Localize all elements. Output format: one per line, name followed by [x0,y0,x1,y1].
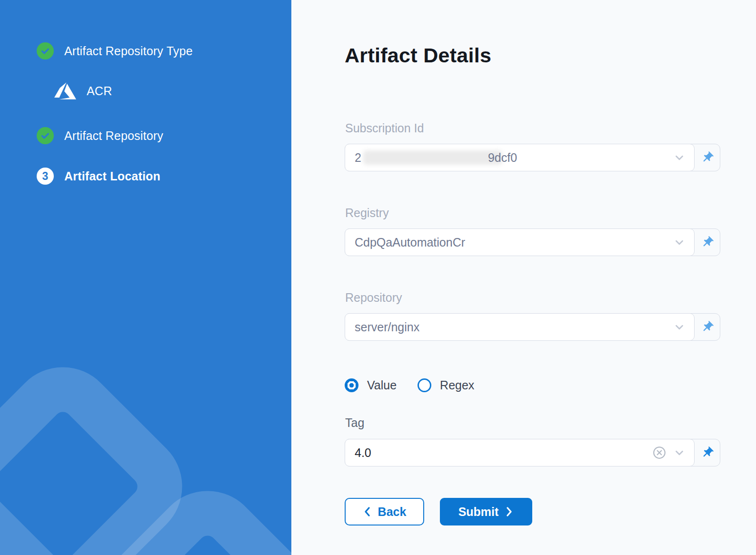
registry-label: Registry [345,206,389,220]
chevron-down-icon [673,236,686,248]
repository-value: server/nginx [355,320,419,334]
tag-value: 4.0 [355,446,371,460]
check-icon [37,42,54,59]
pin-subscription-button[interactable] [695,144,720,171]
chevron-left-icon [363,506,371,517]
subscription-id-label: Subscription Id [345,121,424,135]
radio-regex-label: Regex [440,378,474,392]
pin-registry-button[interactable] [695,229,720,256]
repository-type-label: ACR [87,84,112,98]
pin-icon [701,236,714,249]
pin-icon [701,446,714,459]
radio-unselected-icon [418,378,431,392]
tag-field: 4.0 [345,439,720,466]
tag-label: Tag [345,416,364,430]
pin-icon [701,151,714,164]
step-artifact-repository[interactable]: Artifact Repository [37,127,163,144]
subscription-id-select[interactable]: 2 9dcf0 [345,144,695,171]
redacted-value [363,150,502,165]
step-label: Artifact Location [64,169,160,183]
step-artifact-repository-type[interactable]: Artifact Repository Type [37,42,193,59]
artifact-details-panel: Artifact Details Subscription Id 2 9dcf0… [291,0,756,555]
radio-value[interactable]: Value [345,378,397,392]
chevron-right-icon [505,506,514,517]
subscription-id-value-suffix: 9dcf0 [488,151,517,165]
repository-label: Repository [345,291,402,305]
step-number-badge: 3 [37,168,54,185]
wizard-window: Artifact Repository Type ACR Artifact Re… [0,0,756,555]
repository-select[interactable]: server/nginx [345,313,695,341]
radio-value-label: Value [367,378,397,392]
submit-button-label: Submit [458,505,499,519]
subscription-id-value-prefix: 2 [355,151,361,165]
step-label: Artifact Repository Type [64,44,193,58]
tag-match-mode-group: Value Regex [345,378,474,392]
radio-regex[interactable]: Regex [418,378,474,392]
subscription-id-field: 2 9dcf0 [345,144,720,171]
pin-icon [701,320,714,334]
page-title: Artifact Details [345,44,491,67]
wizard-sidebar: Artifact Repository Type ACR Artifact Re… [0,0,291,555]
registry-value: CdpQaAutomationCr [355,236,465,249]
step-artifact-location[interactable]: 3 Artifact Location [37,168,160,185]
chevron-down-icon [673,446,686,459]
pin-repository-button[interactable] [695,314,720,340]
radio-selected-icon [345,378,358,392]
azure-icon [52,80,78,102]
pin-tag-button[interactable] [695,439,720,466]
chevron-down-icon [673,321,686,333]
check-icon [37,127,54,144]
repository-field: server/nginx [345,313,720,341]
clear-circle-icon[interactable] [652,446,666,460]
submit-button[interactable]: Submit [440,498,532,525]
registry-select[interactable]: CdpQaAutomationCr [345,228,695,256]
step-label: Artifact Repository [64,129,163,143]
back-button-label: Back [378,505,407,519]
registry-field: CdpQaAutomationCr [345,228,720,256]
selected-repository-type: ACR [52,80,112,102]
chevron-down-icon [673,151,686,164]
tag-input[interactable]: 4.0 [345,439,695,466]
back-button[interactable]: Back [345,498,424,525]
